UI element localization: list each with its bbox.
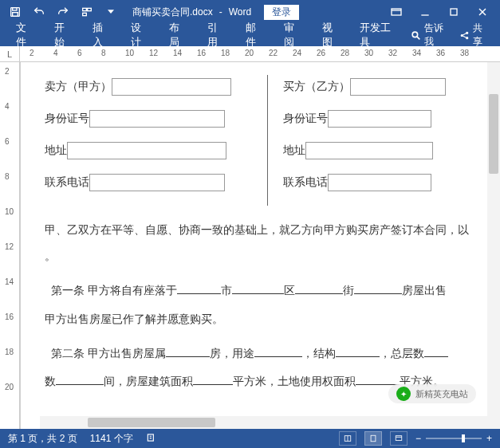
svg-point-15 <box>467 37 468 38</box>
scroll-thumb[interactable] <box>489 94 498 174</box>
document-page[interactable]: 卖方（甲方） 身份证号 地址 联系电话 买方（乙方） 身份证号 地址 联系电话 … <box>20 62 500 429</box>
svg-rect-21 <box>371 435 376 442</box>
buyer-id-label: 身份证号 <box>283 112 328 126</box>
buyer-addr-label: 地址 <box>283 143 305 158</box>
svg-rect-5 <box>83 13 87 15</box>
statusbar: 第 1 页，共 2 页 1141 个字 − + <box>0 429 500 448</box>
page-status[interactable]: 第 1 页，共 2 页 <box>8 432 77 446</box>
ruler-corner: L <box>0 46 20 62</box>
vertical-scrollbar[interactable] <box>487 62 500 429</box>
wechat-icon: ✦ <box>396 387 411 401</box>
minimize-button[interactable] <box>411 1 439 23</box>
app-name: Word <box>229 6 251 18</box>
maximize-button[interactable] <box>439 1 468 23</box>
web-layout-button[interactable] <box>390 431 407 446</box>
svg-point-14 <box>467 32 468 33</box>
zoom-slider[interactable] <box>426 438 482 439</box>
zoom-in-icon[interactable]: + <box>486 433 492 444</box>
buyer-phone-field[interactable] <box>328 174 431 191</box>
article-1: 第一条 甲方将自有座落于市区街房屋出售 <box>45 281 489 301</box>
column-divider <box>267 75 268 206</box>
svg-rect-1 <box>13 8 17 10</box>
zoom-control[interactable]: − + <box>415 433 492 444</box>
buyer-phone-label: 联系电话 <box>283 175 328 190</box>
svg-rect-22 <box>396 436 402 441</box>
seller-field[interactable] <box>112 78 231 96</box>
print-layout-button[interactable] <box>364 431 382 446</box>
horizontal-ruler[interactable]: L 2468101214161820222426283032343638 <box>0 46 500 62</box>
paragraph-intro: 甲、乙双方在平等、自愿、协商一致的基础上，就乙方向甲方购买房产签订本合同，以 <box>45 220 489 240</box>
watermark: ✦ 新精英充电站 <box>388 384 476 403</box>
read-mode-button[interactable] <box>339 431 356 446</box>
buyer-id-field[interactable] <box>328 110 431 128</box>
zoom-out-icon[interactable]: − <box>415 433 421 444</box>
ribbon-tabs: 文件 开始 插入 设计 布局 引用 邮件 审阅 视图 开发工具 告诉我 共享 <box>0 24 500 46</box>
svg-point-13 <box>461 34 463 36</box>
seller-id-field[interactable] <box>89 110 225 128</box>
spellcheck-icon[interactable] <box>146 432 157 446</box>
buyer-label: 买方（乙方） <box>283 80 350 94</box>
share-button[interactable]: 共享 <box>459 22 492 49</box>
svg-line-16 <box>463 33 466 34</box>
seller-phone-label: 联系电话 <box>45 175 89 190</box>
svg-point-11 <box>412 32 417 37</box>
seller-addr-field[interactable] <box>67 142 226 159</box>
svg-rect-8 <box>451 9 457 15</box>
svg-rect-4 <box>88 8 92 10</box>
article-2: 第二条 甲方出售房屋属房，用途，结构，总层数 <box>45 344 489 364</box>
seller-addr-label: 地址 <box>45 143 67 158</box>
close-button[interactable] <box>468 1 497 23</box>
svg-rect-6 <box>392 9 401 15</box>
app-window: 商铺买卖合同.docx - Word 登录 文件 开始 插入 设计 布局 引用 … <box>0 0 500 448</box>
svg-line-17 <box>463 36 466 37</box>
svg-line-12 <box>417 37 419 39</box>
scroll-thumb-h[interactable] <box>88 418 215 427</box>
tell-me[interactable]: 告诉我 <box>411 22 453 49</box>
svg-rect-3 <box>83 8 87 10</box>
buyer-addr-field[interactable] <box>305 142 433 159</box>
word-count[interactable]: 1141 个字 <box>90 432 133 446</box>
horizontal-scrollbar[interactable] <box>40 416 487 429</box>
seller-id-label: 身份证号 <box>45 112 89 126</box>
svg-rect-2 <box>13 13 18 17</box>
document-area: L 2468101214161820222426283032343638 246… <box>0 46 500 429</box>
vertical-ruler[interactable]: 2468101214161820 <box>0 62 20 429</box>
seller-label: 卖方（甲方） <box>45 80 112 94</box>
seller-phone-field[interactable] <box>89 174 225 191</box>
buyer-field[interactable] <box>350 78 446 96</box>
